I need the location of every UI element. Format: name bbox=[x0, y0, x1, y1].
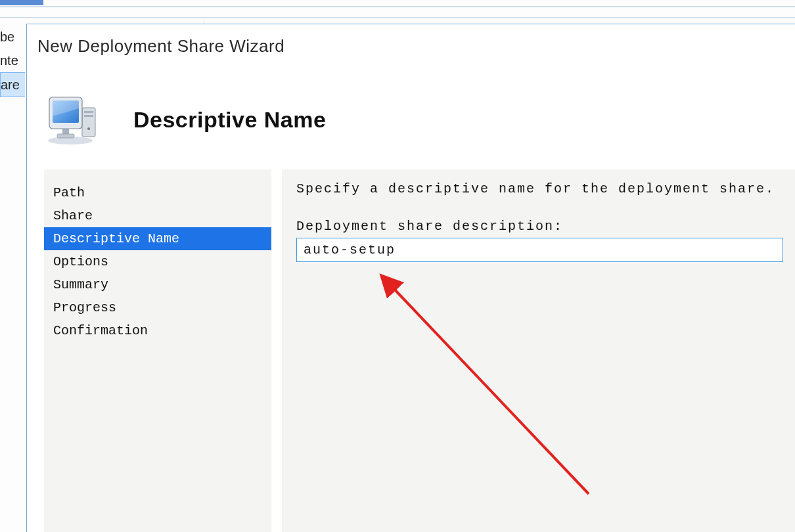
page-heading: Descriptive Name bbox=[133, 107, 326, 133]
computer-monitor-icon bbox=[43, 88, 106, 151]
instruction-text: Specify a descriptive name for the deplo… bbox=[296, 181, 783, 196]
svg-point-3 bbox=[87, 127, 90, 130]
background-tree-fragment: be nte are bbox=[0, 25, 25, 97]
parent-titlebar-fragment bbox=[0, 0, 43, 5]
step-path[interactable]: Path bbox=[44, 181, 271, 204]
parent-border bbox=[0, 7, 795, 7]
bg-list-item: be bbox=[0, 25, 25, 49]
svg-rect-2 bbox=[84, 115, 93, 117]
wizard-steps: Path Share Descriptive Name Options Summ… bbox=[44, 169, 271, 532]
step-share[interactable]: Share bbox=[44, 204, 271, 227]
wizard-body: Path Share Descriptive Name Options Summ… bbox=[27, 169, 795, 532]
step-summary[interactable]: Summary bbox=[44, 273, 271, 296]
step-options[interactable]: Options bbox=[44, 250, 271, 273]
parent-toolbar-border bbox=[0, 17, 795, 18]
svg-rect-5 bbox=[62, 129, 69, 134]
svg-rect-1 bbox=[84, 111, 93, 113]
background-window: be nte are New Deployment Share Wizard bbox=[0, 0, 795, 532]
wizard-dialog: New Deployment Share Wizard bbox=[26, 24, 795, 532]
wizard-title: New Deployment Share Wizard bbox=[27, 24, 795, 68]
step-confirmation[interactable]: Confirmation bbox=[44, 319, 271, 342]
wizard-content: Specify a descriptive name for the deplo… bbox=[282, 169, 795, 532]
description-input[interactable] bbox=[296, 238, 783, 262]
bg-list-item-selected: are bbox=[0, 72, 25, 97]
svg-rect-6 bbox=[57, 134, 74, 138]
step-progress[interactable]: Progress bbox=[44, 296, 271, 319]
bg-list-item: nte bbox=[0, 49, 25, 72]
parent-divider bbox=[204, 17, 204, 24]
wizard-header: Descriptive Name bbox=[27, 68, 795, 169]
step-descriptive-name[interactable]: Descriptive Name bbox=[44, 227, 271, 250]
description-label: Deployment share description: bbox=[296, 219, 783, 234]
